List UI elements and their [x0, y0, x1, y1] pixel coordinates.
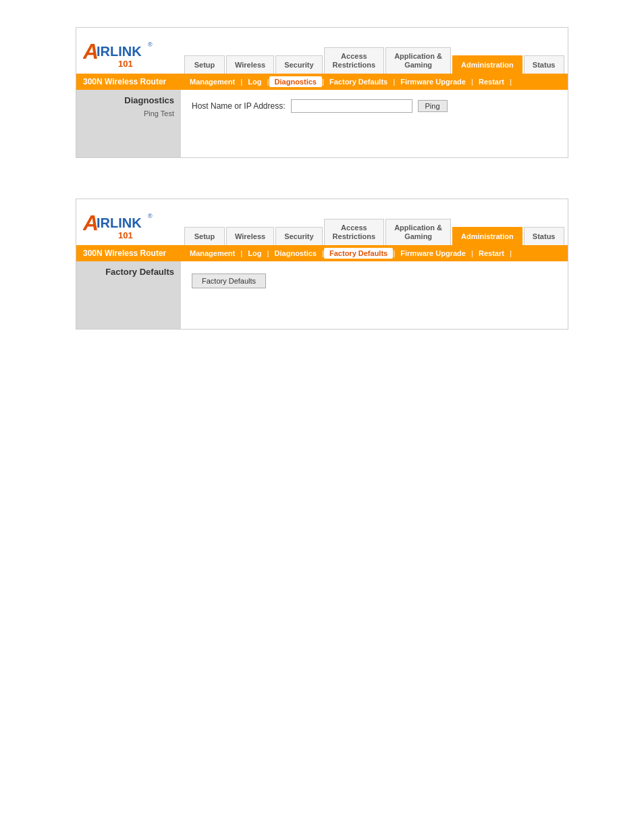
- subnav-factory-1[interactable]: Factory Defaults: [324, 76, 393, 87]
- sub-nav-2: Management | Log | Diagnostics | Factory…: [184, 248, 561, 259]
- router-label-2: 300N Wireless Router: [83, 249, 184, 258]
- sep2-5: |: [471, 249, 473, 257]
- svg-text:®: ®: [148, 213, 153, 219]
- page-wrapper: A IRLINK ® 101 Setup Wireless Security A…: [0, 0, 644, 357]
- sep2-3: |: [322, 249, 324, 257]
- subnav-firmware-2[interactable]: Firmware Upgrade: [395, 248, 471, 259]
- sidebar-1: Diagnostics Ping Test: [76, 90, 181, 157]
- sep4: |: [393, 78, 395, 86]
- tab-setup-2[interactable]: Setup: [184, 227, 225, 245]
- svg-text:101: 101: [118, 59, 133, 68]
- svg-text:IRLINK: IRLINK: [97, 215, 142, 230]
- main-content-2: Factory Defaults: [181, 261, 568, 329]
- panel-factory: A IRLINK ® 101 Setup Wireless Security A…: [76, 199, 568, 330]
- sep3: |: [322, 78, 324, 86]
- tab-application-2[interactable]: Application &Gaming: [385, 219, 451, 245]
- panel-diagnostics: A IRLINK ® 101 Setup Wireless Security A…: [76, 27, 568, 158]
- subnav-firmware-1[interactable]: Firmware Upgrade: [395, 76, 471, 87]
- tab-access-2[interactable]: AccessRestrictions: [324, 219, 385, 245]
- subnav-restart-1[interactable]: Restart: [473, 76, 510, 87]
- airlink-logo-svg-1: A IRLINK ® 101: [83, 37, 164, 68]
- tab-access-1[interactable]: AccessRestrictions: [324, 47, 385, 74]
- subnav-log-2[interactable]: Log: [242, 248, 267, 259]
- panel-content-1: Diagnostics Ping Test Host Name or IP Ad…: [76, 90, 568, 157]
- panel-content-2: Factory Defaults Factory Defaults: [76, 261, 568, 329]
- tab-application-1[interactable]: Application &Gaming: [385, 47, 451, 74]
- sep2-2: |: [267, 249, 269, 257]
- subnav-restart-2[interactable]: Restart: [473, 248, 510, 259]
- tab-wireless-1[interactable]: Wireless: [226, 55, 274, 74]
- sep2-1: |: [240, 249, 242, 257]
- tab-setup-1[interactable]: Setup: [184, 55, 225, 74]
- sidebar-2: Factory Defaults: [76, 261, 181, 329]
- subnav-management-2[interactable]: Management: [184, 248, 240, 259]
- tab-security-1[interactable]: Security: [275, 55, 322, 74]
- sidebar-title-2: Factory Defaults: [83, 267, 174, 277]
- ping-input[interactable]: [291, 99, 412, 113]
- tab-wireless-2[interactable]: Wireless: [226, 227, 274, 245]
- logo-area-1: A IRLINK ® 101: [76, 32, 184, 74]
- nav-tabs-1: Setup Wireless Security AccessRestrictio…: [184, 32, 568, 74]
- svg-text:101: 101: [118, 230, 133, 240]
- router-label-1: 300N Wireless Router: [83, 77, 184, 86]
- tab-security-2[interactable]: Security: [275, 227, 322, 245]
- ping-label: Host Name or IP Address:: [192, 101, 286, 111]
- tab-administration-1[interactable]: Administration: [452, 55, 522, 74]
- subnav-diagnostics-2[interactable]: Diagnostics: [269, 248, 322, 259]
- ping-form-row: Host Name or IP Address: Ping: [192, 99, 557, 113]
- airlink-logo-svg-2: A IRLINK ® 101: [83, 209, 164, 240]
- panel-header-1: A IRLINK ® 101 Setup Wireless Security A…: [76, 28, 568, 74]
- main-content-1: Host Name or IP Address: Ping: [181, 90, 568, 157]
- orange-bar-2: 300N Wireless Router Management | Log | …: [76, 245, 568, 261]
- subnav-management-1[interactable]: Management: [184, 76, 240, 87]
- sidebar-title-1: Diagnostics: [83, 95, 174, 105]
- logo-area-2: A IRLINK ® 101: [76, 203, 184, 245]
- sep1: |: [240, 78, 242, 86]
- sep2: |: [267, 78, 269, 86]
- tab-status-1[interactable]: Status: [524, 55, 564, 74]
- subnav-log-1[interactable]: Log: [242, 76, 267, 87]
- sidebar-sub-1: Ping Test: [83, 109, 174, 118]
- ping-button[interactable]: Ping: [418, 100, 448, 112]
- subnav-diagnostics-1[interactable]: Diagnostics: [269, 76, 322, 87]
- logo-2: A IRLINK ® 101: [83, 209, 164, 240]
- tab-status-2[interactable]: Status: [524, 227, 564, 245]
- sep6: |: [510, 78, 512, 86]
- factory-defaults-button[interactable]: Factory Defaults: [192, 273, 266, 288]
- sep5: |: [471, 78, 473, 86]
- nav-tabs-2: Setup Wireless Security AccessRestrictio…: [184, 203, 568, 245]
- svg-text:®: ®: [148, 41, 153, 48]
- sub-nav-1: Management | Log | Diagnostics | Factory…: [184, 76, 561, 87]
- panel-header-2: A IRLINK ® 101 Setup Wireless Security A…: [76, 199, 568, 245]
- sep2-6: |: [510, 249, 512, 257]
- tab-administration-2[interactable]: Administration: [452, 227, 522, 245]
- logo-1: A IRLINK ® 101: [83, 37, 164, 68]
- subnav-factory-2[interactable]: Factory Defaults: [324, 248, 393, 259]
- sep2-4: |: [393, 249, 395, 257]
- orange-bar-1: 300N Wireless Router Management | Log | …: [76, 74, 568, 90]
- svg-text:IRLINK: IRLINK: [97, 44, 142, 59]
